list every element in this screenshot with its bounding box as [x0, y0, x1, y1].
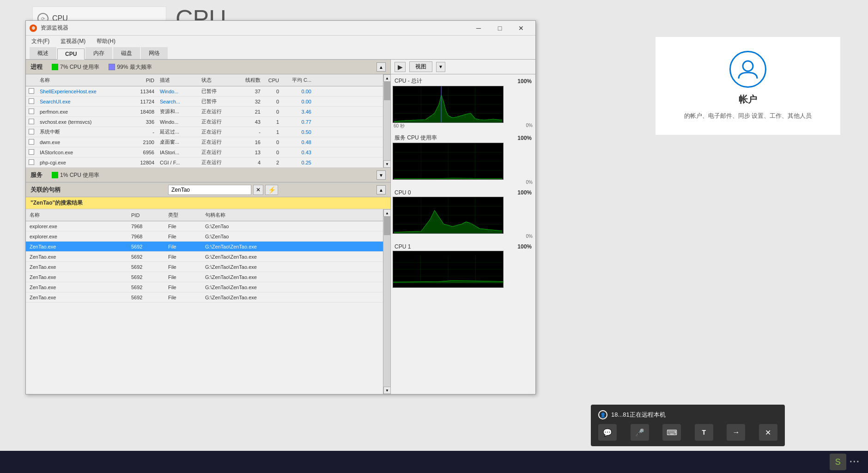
remote-keyboard-button[interactable]: ⌨ — [662, 424, 681, 441]
handles-col-handle[interactable]: 句柄名称 — [201, 211, 340, 219]
process-col-avgcpu[interactable]: 平均 C... — [282, 76, 314, 85]
process-scroll-thumb[interactable] — [384, 82, 390, 100]
view-button[interactable]: 视图 — [409, 61, 432, 72]
table-row[interactable]: php-cgi.exe 12804 CGI / F... 正在运行 4 2 0.… — [26, 158, 383, 168]
handles-search-value: ZenTao — [171, 187, 190, 193]
table-row[interactable]: IAStorIcon.exe 6956 IAStori... 正在运行 13 0… — [26, 147, 383, 158]
list-item[interactable]: ZenTao.exe 5692 File G:\ZenTao\ZenTao.ex… — [26, 272, 383, 282]
process-col-cpu[interactable]: CPU — [263, 77, 282, 84]
process-table-header: 名称 PID 描述 状态 线程数 CPU 平均 C... — [26, 74, 383, 86]
list-item[interactable]: ZenTao.exe 5692 File G:\ZenTao\ZenTao.ex… — [26, 292, 383, 303]
handles-col-name[interactable]: 名称 — [26, 211, 127, 219]
graph-cpu-total-title: CPU - 总计 — [395, 77, 422, 85]
table-row[interactable]: 系统中断 - 延迟过... 正在运行 - 1 0.50 — [26, 127, 383, 137]
handles-scroll-track[interactable] — [383, 217, 390, 387]
checkbox-box[interactable] — [29, 98, 34, 104]
handle-row-name: ZenTao.exe — [26, 273, 127, 281]
process-col-desc[interactable]: 描述 — [157, 76, 199, 85]
checkbox-box[interactable] — [29, 119, 34, 124]
table-row[interactable]: ShellExperienceHost.exe 11344 Windo... 已… — [26, 86, 383, 97]
handle-row-name: ZenTao.exe — [26, 294, 127, 301]
checkbox-box[interactable] — [29, 139, 34, 145]
row-pid: 2100 — [129, 139, 157, 146]
handles-scroll-down[interactable]: ▼ — [383, 387, 390, 394]
handles-clear-button[interactable]: ✕ — [253, 185, 263, 195]
tab-disk[interactable]: 磁盘 — [113, 47, 140, 59]
list-item[interactable]: explorer.exe 7968 File G:\ZenTao — [26, 231, 383, 242]
tab-overview[interactable]: 概述 — [30, 47, 56, 59]
row-threads: 37 — [236, 88, 263, 95]
row-checkbox[interactable] — [26, 87, 37, 96]
handles-col-pid[interactable]: PID — [127, 212, 164, 219]
menu-monitor[interactable]: 监视器(M) — [59, 36, 87, 46]
list-item[interactable]: ZenTao.exe 5692 File G:\ZenTao\ZenTao.ex… — [26, 252, 383, 262]
table-row[interactable]: dwm.exe 2100 桌面窗... 正在运行 16 0 0.48 — [26, 137, 383, 147]
process-collapse-button[interactable]: ▲ — [376, 62, 386, 72]
checkbox-box[interactable] — [29, 109, 34, 114]
process-scroll-down[interactable]: ▼ — [383, 160, 390, 168]
remote-forward-button[interactable]: → — [727, 424, 745, 441]
handles-col-type[interactable]: 类型 — [164, 211, 201, 219]
handles-scroll-up[interactable]: ▲ — [383, 209, 390, 217]
row-desc: Windo... — [157, 88, 199, 95]
handles-header: 关联的句柄 ZenTao ✕ ⚡ ▲ — [26, 182, 390, 197]
tab-network[interactable]: 网络 — [141, 47, 168, 59]
table-row[interactable]: svchost.exe (termsvcs) 336 Windo... 正在运行… — [26, 117, 383, 127]
tab-cpu[interactable]: CPU — [57, 49, 85, 60]
list-item[interactable]: explorer.exe 7968 File G:\ZenTao — [26, 221, 383, 231]
account-description: 的帐户、电子邮件、同步 设置、工作、其他人员 — [684, 111, 812, 121]
remote-mic-button[interactable]: 🎤 — [631, 424, 649, 441]
close-button[interactable]: ✕ — [510, 21, 532, 36]
list-item[interactable]: ZenTao.exe 5692 File G:\ZenTao\ZenTao.ex… — [26, 282, 383, 292]
right-expand-button[interactable]: ▶ — [395, 62, 406, 72]
process-col-threads[interactable]: 线程数 — [236, 76, 263, 85]
table-row[interactable]: perfmon.exe 18408 资源和... 正在运行 21 0 3.46 — [26, 107, 383, 117]
row-cpu: 2 — [263, 159, 282, 166]
row-checkbox[interactable] — [26, 108, 37, 116]
handle-row-type: File — [164, 243, 201, 250]
process-col-name[interactable]: 名称 — [37, 76, 129, 85]
minimize-button[interactable]: ─ — [468, 21, 489, 36]
row-checkbox[interactable] — [26, 118, 37, 126]
services-collapse-button[interactable]: ▼ — [376, 170, 386, 180]
handle-row-name: ZenTao.exe — [26, 243, 127, 250]
handles-table-container: 名称 PID 类型 句柄名称 explorer.exe 7968 File G:… — [26, 209, 390, 394]
remote-text-button[interactable]: T — [695, 424, 713, 441]
graph-services-title: 服务 CPU 使用率 — [395, 134, 437, 142]
taskbar-app-icon[interactable]: S — [830, 454, 846, 470]
process-scroll-up[interactable]: ▲ — [383, 74, 390, 82]
list-item[interactable]: ZenTao.exe 5692 File G:\ZenTao\ZenTao.ex… — [26, 262, 383, 272]
remote-chat-button[interactable]: 💬 — [598, 424, 617, 441]
process-col-status[interactable]: 状态 — [199, 76, 236, 85]
menu-file[interactable]: 文件(F) — [30, 36, 51, 46]
row-checkbox[interactable] — [26, 138, 37, 146]
table-row[interactable]: SearchUI.exe 11724 Search... 已暂停 32 0 0.… — [26, 97, 383, 107]
process-col-pid[interactable]: PID — [129, 77, 157, 84]
handle-row-pid: 5692 — [127, 243, 164, 250]
row-checkbox[interactable] — [26, 97, 37, 106]
menu-bar: 文件(F) 监视器(M) 帮助(H) — [26, 36, 535, 47]
row-checkbox[interactable] — [26, 158, 37, 167]
row-checkbox[interactable] — [26, 128, 37, 136]
checkbox-box[interactable] — [29, 129, 34, 134]
graph-services-svg — [393, 143, 503, 179]
list-item[interactable]: ZenTao.exe 5692 File G:\ZenTao\ZenTao.ex… — [26, 242, 383, 252]
maximize-button[interactable]: □ — [489, 21, 510, 36]
checkbox-box[interactable] — [29, 88, 34, 94]
tab-memory[interactable]: 内存 — [85, 47, 112, 59]
remote-close-button[interactable]: ✕ — [759, 424, 777, 441]
menu-help[interactable]: 帮助(H) — [95, 36, 117, 46]
checkbox-box[interactable] — [29, 149, 34, 155]
process-scroll-track[interactable] — [383, 82, 390, 160]
handles-scrollbar[interactable]: ▲ ▼ — [383, 209, 390, 394]
remote-notification: 👤 18...81正在远程本机 💬 🎤 ⌨ T → ✕ — [591, 405, 785, 446]
handles-search-button[interactable]: ⚡ — [265, 185, 278, 195]
handles-collapse-button[interactable]: ▲ — [376, 185, 386, 194]
row-avgcpu: 3.46 — [282, 108, 314, 115]
view-dropdown-button[interactable]: ▼ — [436, 62, 445, 72]
row-checkbox[interactable] — [26, 148, 37, 157]
row-avgcpu: 0.00 — [282, 88, 314, 95]
checkbox-box[interactable] — [29, 159, 34, 165]
process-scrollbar[interactable]: ▲ ▼ — [383, 74, 390, 168]
handles-scroll-thumb[interactable] — [384, 217, 390, 235]
